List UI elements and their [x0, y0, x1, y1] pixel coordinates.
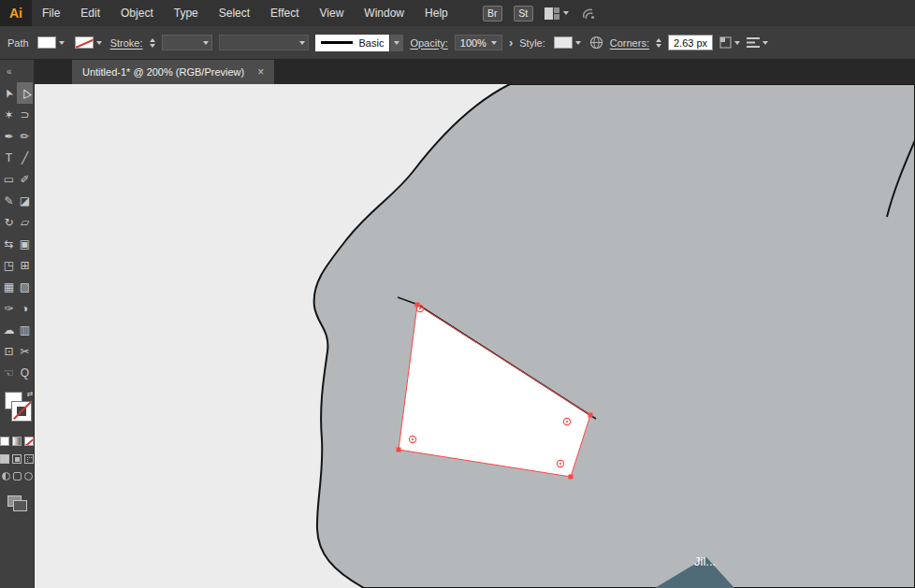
chevron-down-icon: [762, 41, 768, 45]
direct-selection-tool[interactable]: ▷: [17, 82, 33, 104]
tools-grid: ➤▷✶⊃✒✏T╱▭✐✎◪↻▱⇆▣◳⊞▦▨✑◑☁▥⊡✂☜Q: [1, 82, 33, 383]
menu-file[interactable]: File: [32, 0, 70, 26]
color-mode-row: [0, 437, 34, 446]
menu-view[interactable]: View: [310, 0, 355, 26]
corners-label[interactable]: Corners:: [610, 37, 649, 49]
transform-icon: [719, 36, 732, 49]
gradient-tool[interactable]: ▨: [17, 276, 33, 297]
shape-builder-tool[interactable]: ◳: [1, 254, 17, 276]
workspace-switcher[interactable]: [545, 7, 569, 20]
slice-tool[interactable]: ✂: [17, 340, 33, 362]
swap-fill-stroke-icon[interactable]: ⇄: [27, 390, 34, 398]
symbol-sprayer-tool[interactable]: ☁: [1, 319, 17, 340]
document-tab[interactable]: Untitled-1* @ 200% (RGB/Preview) ×: [72, 60, 274, 84]
chevron-down-icon: [59, 41, 65, 45]
opacity-input[interactable]: 100%: [455, 35, 502, 50]
fill-color-picker[interactable]: [36, 35, 66, 50]
recolor-artwork-icon[interactable]: [589, 36, 603, 50]
corners-stepper[interactable]: [656, 38, 661, 48]
menu-items: FileEditObjectTypeSelectEffectViewWindow…: [32, 0, 458, 26]
graphic-style-swatch: [554, 36, 573, 49]
mesh-tool[interactable]: ▦: [1, 276, 17, 297]
stroke-weight-label[interactable]: Stroke:: [110, 37, 143, 49]
width-tool[interactable]: ⇆: [1, 233, 17, 254]
canvas[interactable]: Jil...: [35, 84, 915, 588]
chevron-down-icon: [203, 41, 209, 45]
chevron-down-icon: [491, 41, 497, 45]
magic-wand-tool[interactable]: ✶: [1, 104, 17, 125]
draw-mode-row: [0, 454, 34, 464]
paintbrush-tool[interactable]: ✐: [17, 168, 33, 190]
bridge-button[interactable]: Br: [483, 6, 502, 22]
app-logo: Ai: [0, 0, 32, 26]
stroke-weight-stepper[interactable]: [150, 38, 155, 48]
opacity-label[interactable]: Opacity:: [410, 37, 447, 49]
align-icon: [747, 37, 760, 48]
screen-mode-normal-icon[interactable]: [2, 472, 10, 480]
menu-edit[interactable]: Edit: [70, 0, 110, 26]
none-button[interactable]: [24, 437, 34, 446]
graphic-style-picker[interactable]: [552, 35, 583, 50]
eraser-tool[interactable]: ◪: [17, 190, 33, 211]
artwork-text[interactable]: Jil...: [694, 554, 716, 568]
overlapping-windows-icon[interactable]: [7, 495, 26, 510]
blend-tool[interactable]: ◑: [17, 297, 33, 319]
rectangle-tool[interactable]: ▭: [1, 168, 17, 190]
chevron-down-icon: [734, 41, 740, 45]
menu-window[interactable]: Window: [354, 0, 414, 26]
control-bar: Path Stroke: Basic Opacity: 100%: [0, 26, 915, 60]
menu-effect[interactable]: Effect: [260, 0, 309, 26]
tools-panel: « ➤▷✶⊃✒✏T╱▭✐✎◪↻▱⇆▣◳⊞▦▨✑◑☁▥⊡✂☜Q ⇄: [0, 60, 35, 588]
stroke-color-box[interactable]: [12, 402, 31, 421]
opacity-panel-arrow[interactable]: ›: [509, 36, 513, 49]
opacity-value: 100%: [460, 37, 487, 49]
color-button[interactable]: [0, 437, 9, 446]
lasso-tool[interactable]: ⊃: [17, 104, 33, 125]
selection-tool[interactable]: ➤: [1, 82, 17, 104]
type-tool[interactable]: T: [1, 147, 17, 168]
menu-type[interactable]: Type: [164, 0, 209, 26]
shaper-tool[interactable]: ✎: [1, 190, 17, 211]
align-button[interactable]: [747, 37, 768, 48]
scale-tool[interactable]: ▱: [17, 211, 33, 233]
gradient-button[interactable]: [12, 437, 22, 446]
draw-inside-icon[interactable]: [24, 454, 34, 464]
draw-normal-icon[interactable]: [0, 454, 9, 464]
transform-presets-button[interactable]: [719, 36, 740, 49]
screen-mode-fullscreen-icon[interactable]: [13, 472, 22, 480]
rotate-tool[interactable]: ↻: [1, 211, 17, 233]
curvature-tool[interactable]: ✏: [17, 125, 33, 147]
corners-input[interactable]: 2.63 px: [668, 35, 713, 50]
share-icon[interactable]: [580, 7, 596, 21]
style-label: Style:: [519, 37, 545, 49]
chevron-down-icon: [575, 41, 581, 45]
zoom-tool[interactable]: Q: [17, 362, 33, 383]
line-segment-tool[interactable]: ╱: [17, 147, 33, 168]
tab-close-button[interactable]: ×: [257, 66, 264, 78]
chevron-down-icon: [299, 41, 305, 45]
screen-mode-presentation-icon[interactable]: [24, 472, 33, 480]
menu-select[interactable]: Select: [209, 0, 260, 26]
chevron-down-icon: [394, 41, 399, 45]
eyedropper-tool[interactable]: ✑: [1, 297, 17, 319]
illustrator-window: Ai FileEditObjectTypeSelectEffectViewWin…: [0, 0, 915, 588]
perspective-grid-tool[interactable]: ⊞: [17, 254, 33, 276]
stroke-color-picker[interactable]: [73, 35, 104, 50]
document-tab-bar: Untitled-1* @ 200% (RGB/Preview) ×: [35, 60, 915, 84]
collapse-toolbar-button[interactable]: «: [0, 60, 34, 82]
draw-behind-icon[interactable]: [12, 454, 22, 464]
blob-shape[interactable]: [314, 84, 915, 588]
hand-tool[interactable]: ☜: [1, 362, 17, 383]
main-area: « ➤▷✶⊃✒✏T╱▭✐✎◪↻▱⇆▣◳⊞▦▨✑◑☁▥⊡✂☜Q ⇄: [0, 60, 915, 588]
stroke-style-select[interactable]: Basic: [315, 35, 404, 51]
stroke-style-value: Basic: [359, 37, 385, 49]
column-graph-tool[interactable]: ▥: [17, 319, 33, 340]
pen-tool[interactable]: ✒: [1, 125, 17, 147]
artboard-tool[interactable]: ⊡: [1, 340, 17, 362]
free-transform-tool[interactable]: ▣: [17, 233, 33, 254]
menu-object[interactable]: Object: [110, 0, 164, 26]
brush-definition-select[interactable]: [219, 35, 309, 50]
stock-button[interactable]: St: [514, 6, 533, 22]
stroke-weight-select[interactable]: [162, 35, 212, 50]
menu-help[interactable]: Help: [414, 0, 458, 26]
